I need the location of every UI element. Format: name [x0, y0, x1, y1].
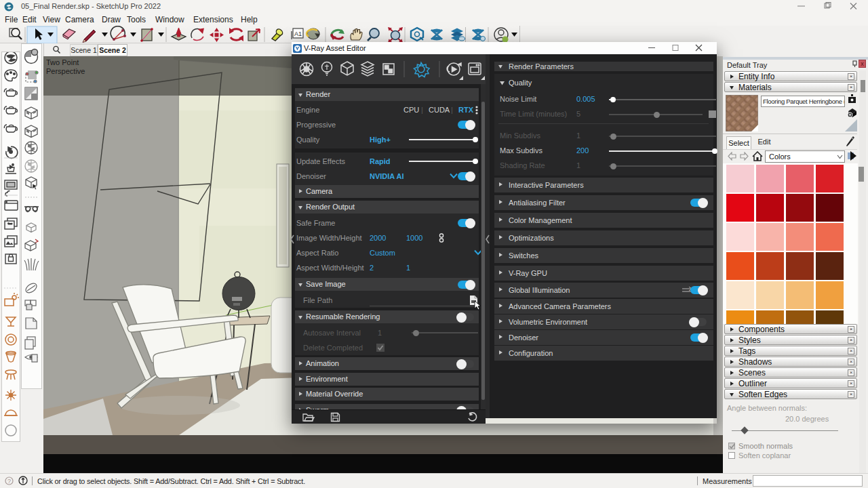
svg-text:Two Point: Two Point [46, 58, 79, 66]
svg-text:?: ? [7, 478, 11, 485]
svg-text:Perspective: Perspective [46, 67, 85, 75]
svg-text:A1: A1 [294, 30, 302, 37]
